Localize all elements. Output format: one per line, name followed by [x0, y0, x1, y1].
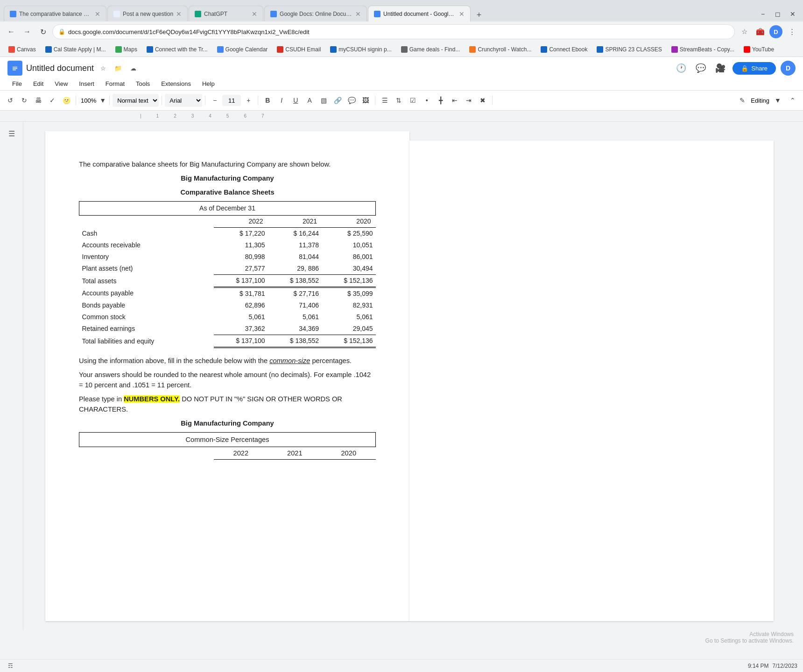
edit-mode-button[interactable]: ✎: [736, 94, 749, 107]
menu-edit[interactable]: Edit: [28, 78, 48, 89]
print-button[interactable]: 🖶: [32, 94, 45, 107]
profile-button[interactable]: D: [769, 25, 782, 38]
insert-image-button[interactable]: 🖼: [359, 94, 372, 107]
forward-button[interactable]: →: [21, 25, 34, 38]
taskbar-start[interactable]: ☶: [6, 661, 15, 671]
font-size-decrease[interactable]: −: [208, 94, 221, 107]
mode-dropdown-button[interactable]: ▼: [771, 94, 784, 107]
star-button[interactable]: ☆: [98, 63, 109, 74]
common-size-table: Common-Size Percentages 2022 2021 2020: [79, 432, 376, 460]
new-tab-button[interactable]: +: [472, 8, 486, 21]
table-row: Accounts payable $ 31,781 $ 27,716 $ 35,…: [79, 287, 376, 300]
menu-format[interactable]: Format: [101, 78, 129, 89]
spellcheck-button[interactable]: ✓: [46, 94, 59, 107]
bookmark-favicon: [671, 46, 678, 53]
bookmark-item[interactable]: Game deals - Find...: [397, 45, 464, 54]
font-select[interactable]: Arial: [165, 94, 202, 107]
table-header-cell: As of December 31: [79, 202, 376, 216]
bookmark-item[interactable]: StreamBeats - Copy...: [668, 45, 738, 54]
redo-button[interactable]: ↻: [18, 94, 31, 107]
tab-close-button[interactable]: ✕: [176, 10, 182, 18]
video-button[interactable]: 🎥: [713, 61, 728, 76]
menu-insert[interactable]: Insert: [74, 78, 99, 89]
bookmark-item[interactable]: Cal State Apply | M...: [42, 45, 110, 54]
paint-format-button[interactable]: 🌝: [60, 94, 73, 107]
balance-sheet-table: As of December 31 2022 2021 2020 Cash $ …: [79, 201, 376, 348]
bookmark-favicon: [541, 46, 547, 53]
outline-icon[interactable]: ☰: [5, 126, 19, 140]
font-size-increase[interactable]: +: [242, 94, 255, 107]
tab-favicon: [10, 11, 16, 17]
bookmark-item[interactable]: Connect Ebook: [537, 45, 591, 54]
total-liabilities-row: Total liabilities and equity $ 137,100 $…: [79, 335, 376, 348]
tab-tab1[interactable]: The comparative balance sheets ✕: [4, 6, 106, 21]
style-select[interactable]: Normal text: [113, 94, 159, 107]
comments-button[interactable]: 💬: [693, 61, 708, 76]
bookmark-item[interactable]: myCSUDH signin p...: [326, 45, 395, 54]
increase-indent-button[interactable]: ⇥: [462, 94, 475, 107]
font-size-input[interactable]: [222, 95, 241, 106]
instructions-text-2: percentages.: [310, 357, 352, 364]
tab-close-button[interactable]: ✕: [95, 10, 100, 18]
numbered-list-button[interactable]: ╋: [434, 94, 447, 107]
address-bar[interactable]: 🔒 docs.google.com/document/d/1cF6eQDoy6w…: [52, 24, 735, 39]
history-button[interactable]: 🕐: [674, 61, 689, 76]
reload-button[interactable]: ↻: [36, 25, 49, 38]
menu-view[interactable]: View: [50, 78, 72, 89]
menu-help[interactable]: Help: [197, 78, 219, 89]
share-button[interactable]: 🔒 Share: [733, 62, 776, 75]
align-button[interactable]: ☰: [378, 94, 391, 107]
status-right: 9:14 PM 7/12/2023: [748, 663, 797, 669]
decrease-indent-button[interactable]: ⇤: [448, 94, 461, 107]
bookmark-item[interactable]: Crunchyroll - Watch...: [465, 45, 535, 54]
menu-extensions[interactable]: Extensions: [156, 78, 196, 89]
menu-file[interactable]: File: [7, 78, 27, 89]
bookmark-item[interactable]: Canvas: [5, 45, 40, 54]
bookmark-item[interactable]: YouTube: [740, 45, 778, 54]
clear-format-button[interactable]: ✖: [476, 94, 489, 107]
tab-tab2[interactable]: Post a new question ✕: [107, 6, 188, 21]
bookmark-star-button[interactable]: ☆: [738, 25, 751, 38]
extension-button[interactable]: 🧰: [754, 25, 767, 38]
more-options-button[interactable]: ⋮: [785, 25, 798, 38]
tab-close-button[interactable]: ✕: [459, 10, 465, 18]
bookmark-item[interactable]: CSUDH Email: [273, 45, 324, 54]
checklist-button[interactable]: ☑: [406, 94, 419, 107]
cs-year-2021: 2021: [268, 447, 322, 460]
bookmark-favicon: [330, 46, 337, 53]
highlight-color-button[interactable]: ▧: [317, 94, 330, 107]
cloud-button[interactable]: ☁: [127, 63, 139, 74]
undo-button[interactable]: ↺: [4, 94, 17, 107]
link-button[interactable]: 🔗: [331, 94, 344, 107]
tab-close-button[interactable]: ✕: [355, 10, 361, 18]
text-color-button[interactable]: A: [303, 94, 316, 107]
bookmark-label: Canvas: [17, 46, 36, 53]
tab-close-button[interactable]: ✕: [252, 10, 257, 18]
activate-text: Activate Windows: [705, 631, 794, 637]
close-browser-button[interactable]: ✕: [786, 9, 799, 19]
tab-tab4[interactable]: Google Docs: Online Document... ✕: [264, 6, 367, 21]
minimize-button[interactable]: −: [756, 9, 769, 19]
bookmark-item[interactable]: Connect with the Tr...: [143, 45, 211, 54]
bookmark-item[interactable]: SPRING 23 CLASSES: [593, 45, 665, 54]
back-button[interactable]: ←: [5, 25, 18, 38]
restore-button[interactable]: ◻: [771, 9, 784, 19]
italic-button[interactable]: I: [275, 94, 288, 107]
tab-title: Untitled document - Google Doc...: [383, 11, 456, 17]
bullet-list-button[interactable]: •: [420, 94, 433, 107]
tab-tab5[interactable]: Untitled document - Google Doc... ✕: [368, 6, 471, 21]
bookmark-label: Crunchyroll - Watch...: [478, 46, 531, 53]
app-title: Untitled document: [26, 63, 94, 73]
bookmark-item[interactable]: Google Calendar: [213, 45, 272, 54]
move-button[interactable]: 📁: [113, 63, 124, 74]
insert-comment-button[interactable]: 💬: [345, 94, 358, 107]
expand-button[interactable]: ⌃: [786, 94, 799, 107]
line-spacing-button[interactable]: ⇅: [392, 94, 405, 107]
bold-button[interactable]: B: [261, 94, 274, 107]
menu-tools[interactable]: Tools: [131, 78, 155, 89]
underline-button[interactable]: U: [289, 94, 302, 107]
user-avatar[interactable]: D: [781, 61, 796, 76]
zoom-dropdown-button[interactable]: ▼: [99, 94, 106, 107]
tab-tab3[interactable]: ChatGPT ✕: [189, 6, 263, 21]
bookmark-item[interactable]: Maps: [112, 45, 141, 54]
